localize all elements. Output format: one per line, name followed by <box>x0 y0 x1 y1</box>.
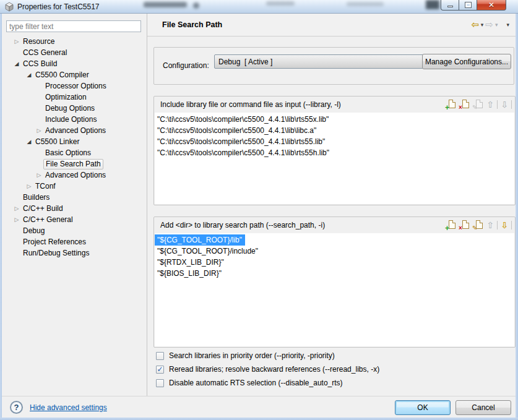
delete-icon[interactable]: × <box>459 220 470 231</box>
minimize-icon <box>447 6 453 7</box>
dialog-cube-icon <box>4 2 14 12</box>
tree-item-label: Processor Options <box>43 82 108 91</box>
tree-item-run-debug-settings[interactable]: Run/Debug Settings <box>5 247 146 259</box>
collapsed-twistie-icon[interactable]: ▷ <box>12 214 21 225</box>
list-item[interactable]: "${RTDX_LIB_DIR}" <box>155 257 514 268</box>
filter-input[interactable] <box>6 20 141 32</box>
tree-item-tconf[interactable]: ▷TConf <box>5 181 146 192</box>
collapsed-twistie-icon[interactable]: ▷ <box>12 36 21 47</box>
forward-arrow-icon: ⇨ <box>485 20 493 30</box>
delete-icon[interactable]: × <box>459 99 470 110</box>
checkbox-label: Reread libraries; resolve backward refer… <box>169 365 379 374</box>
checkbox-row[interactable]: Disable automatic RTS selection (--disab… <box>156 378 379 388</box>
tree-item-label: Basic Options <box>43 148 93 158</box>
search-path-list: "${CG_TOOL_ROOT}/lib""${CG_TOOL_ROOT}/in… <box>155 233 514 346</box>
collapsed-twistie-icon[interactable]: ▷ <box>35 125 43 136</box>
include-library-title: Include library file or command file as … <box>160 100 445 109</box>
configuration-label: Configuration: <box>163 61 209 70</box>
close-button[interactable]: ✕ <box>477 0 506 11</box>
minimize-button[interactable] <box>441 0 459 11</box>
tree-item-label: Debug <box>21 226 46 236</box>
unchecked-checkbox[interactable] <box>156 379 164 387</box>
checkbox-row[interactable]: Search libraries in priority order (--pr… <box>156 351 379 361</box>
list-item[interactable]: "${CG_TOOL_ROOT}/include" <box>155 246 514 257</box>
tree-item-debug-options[interactable]: Debug Options <box>5 103 146 114</box>
footer-separator <box>0 396 518 396</box>
view-menu-icon[interactable]: ▾ <box>506 20 509 30</box>
back-arrow-icon[interactable]: ⇦ <box>471 20 479 30</box>
tree-item-project-references[interactable]: Project References <box>5 236 146 247</box>
add-icon[interactable]: + <box>445 99 456 110</box>
tree-item-label: C/C++ General <box>21 215 75 225</box>
tree-item-c5500-linker[interactable]: ◢C5500 Linker <box>5 136 146 147</box>
tree-item-advanced-options[interactable]: ▷Advanced Options <box>5 169 146 181</box>
back-dropdown-icon[interactable]: ▾ <box>481 20 484 30</box>
tree-item-label: Resource <box>21 37 56 46</box>
list-item[interactable]: "C:\ti\ccsv5\tools\compiler\c5500_4.4.1\… <box>155 114 514 125</box>
tree-item-ccs-general[interactable]: CCS General <box>5 47 146 58</box>
background-window-artifact <box>144 2 187 7</box>
cancel-button[interactable]: Cancel <box>455 400 511 415</box>
collapsed-twistie-icon[interactable]: ▷ <box>35 169 43 181</box>
tree-item-optimization[interactable]: Optimization <box>5 92 146 103</box>
list-item[interactable]: "C:\ti\ccsv5\tools\compiler\c5500_4.4.1\… <box>155 136 514 147</box>
checkbox-label: Search libraries in priority order (--pr… <box>169 351 335 360</box>
move-down-icon[interactable]: ⇩ <box>500 220 509 231</box>
tree-item-c5500-compiler[interactable]: ◢C5500 Compiler <box>5 69 146 80</box>
collapsed-twistie-icon[interactable]: ▷ <box>25 181 33 192</box>
tree-item-builders[interactable]: Builders <box>5 192 146 203</box>
tree-item-resource[interactable]: ▷Resource <box>5 36 146 47</box>
maximize-icon <box>465 2 471 7</box>
tree-item-basic-options[interactable]: Basic Options <box>5 147 146 158</box>
move-down-icon: ⇩ <box>500 99 509 110</box>
tree-item-label: Project References <box>21 238 88 247</box>
checked-checkbox[interactable]: ✓ <box>156 366 164 374</box>
add-icon[interactable]: + <box>445 220 456 231</box>
tree-item-advanced-options[interactable]: ▷Advanced Options <box>5 125 146 136</box>
tree-item-label: C5500 Linker <box>33 137 81 147</box>
toolbar-separator <box>497 221 498 229</box>
document-glyph <box>449 100 455 108</box>
collapsed-twistie-icon[interactable]: ▷ <box>12 203 21 214</box>
tree-item-debug[interactable]: Debug <box>5 225 146 236</box>
tree-item-include-options[interactable]: Include Options <box>5 114 146 125</box>
close-icon: ✕ <box>488 1 494 9</box>
tree-item-ccs-build[interactable]: ◢CCS Build <box>5 58 146 69</box>
tree-item-label: TConf <box>33 182 58 191</box>
list-item[interactable]: "${CG_TOOL_ROOT}/lib" <box>155 234 245 246</box>
tree-item-label: CCS General <box>21 48 69 58</box>
manage-configurations-button[interactable]: Manage Configurations... <box>422 54 511 69</box>
help-button[interactable]: ? <box>10 401 23 414</box>
background-window-artifact <box>426 0 439 9</box>
include-library-list: "C:\ti\ccsv5\tools\compiler\c5500_4.4.1\… <box>155 113 514 204</box>
panel-divider <box>147 14 147 396</box>
edit-icon[interactable]: ✎ <box>472 220 483 231</box>
toolbar-separator <box>511 221 512 229</box>
unchecked-checkbox[interactable] <box>156 352 164 360</box>
hide-advanced-settings-link[interactable]: Hide advanced settings <box>30 403 107 412</box>
maximize-button[interactable] <box>459 0 477 11</box>
checkbox-label: Disable automatic RTS selection (--disab… <box>169 379 343 387</box>
tree-item-processor-options[interactable]: Processor Options <box>5 80 146 92</box>
list-item[interactable]: "${BIOS_LIB_DIR}" <box>155 268 514 279</box>
tree-item-c-c-general[interactable]: ▷C/C++ General <box>5 214 146 225</box>
window-frame-right <box>516 14 518 420</box>
expanded-twistie-icon[interactable]: ◢ <box>12 58 21 69</box>
list-item[interactable]: "C:\ti\ccsv5\tools\compiler\c5500_4.4.1\… <box>155 125 514 136</box>
expanded-twistie-icon[interactable]: ◢ <box>25 136 33 147</box>
document-glyph <box>449 220 455 229</box>
list-item[interactable]: "C:\ti\ccsv5\tools\compiler\c5500_4.4.1\… <box>155 147 514 158</box>
window-frame-left <box>0 14 2 420</box>
tree-item-label: Advanced Options <box>43 171 108 180</box>
tree-item-file-search-path[interactable]: File Search Path <box>5 158 146 169</box>
tree-item-c-c-build[interactable]: ▷C/C++ Build <box>5 203 146 214</box>
tree-item-label: Run/Debug Settings <box>21 249 91 258</box>
document-glyph <box>462 100 469 108</box>
page-header: File Search Path ⇦▾⇨▾▾ <box>147 14 516 36</box>
question-mark-icon: ? <box>14 403 19 412</box>
window-title: Properties for TestC5517 <box>17 2 100 11</box>
search-path-header: Add <dir> to library search path (--sear… <box>154 217 515 233</box>
checkbox-row[interactable]: ✓Reread libraries; resolve backward refe… <box>156 364 379 374</box>
expanded-twistie-icon[interactable]: ◢ <box>25 69 33 80</box>
ok-button[interactable]: OK <box>395 400 451 415</box>
